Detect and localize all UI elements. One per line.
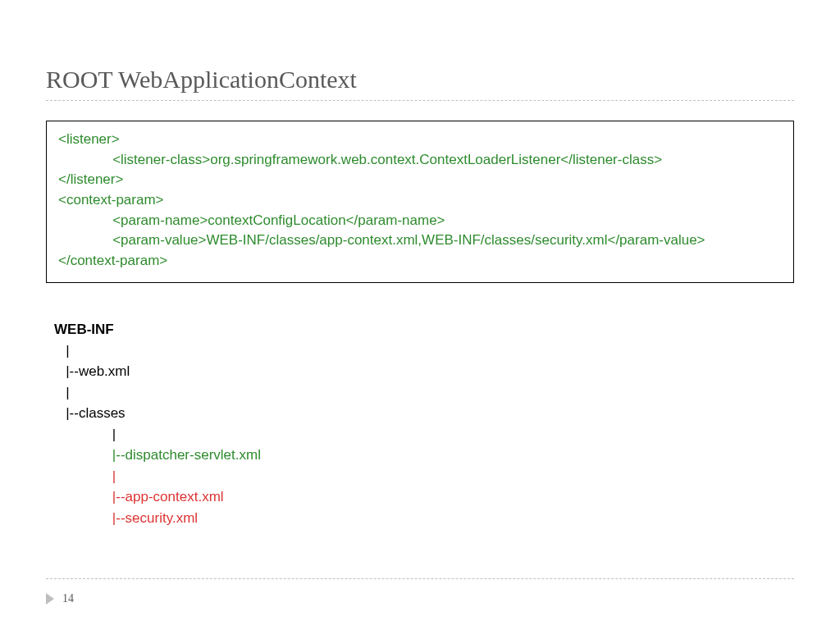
code-text: contextConfigLocation [208,212,345,228]
tree-pipe: | [66,343,69,358]
xml-code-block: <listener> <listener-class>org.springfra… [46,121,794,283]
code-tag: <param-value> [112,232,206,248]
footer-divider [46,578,794,579]
tree-pipe: | [112,427,116,442]
slide-title: ROOT WebApplicationContext [46,66,794,94]
title-divider [46,100,794,101]
code-line: </context-param> [58,253,167,268]
code-line: </listener> [58,171,123,187]
tree-root: WEB-INF [54,322,114,337]
directory-tree: WEB-INF | |--web.xml | |--classes | |--d… [54,319,794,528]
code-text: org.springframework.web.context.ContextL… [210,152,560,167]
code-tag: </listener-class> [560,152,662,167]
tree-pipe: | [66,385,69,400]
tree-item-appcontext: |--app-context.xml [112,489,224,504]
code-tag: </param-name> [346,212,445,228]
tree-item: |--web.xml [66,363,130,379]
page-number: 14 [62,592,74,605]
code-text: WEB-INF/classes/app-context.xml,WEB-INF/… [206,232,607,248]
code-tag: </param-value> [607,232,705,248]
tree-item-security: |--security.xml [112,510,198,526]
tree-item: |--classes [66,405,125,421]
tree-pipe: | [112,468,116,484]
code-tag: <param-name> [112,212,208,228]
code-tag: <listener-class> [112,152,210,167]
code-line: <listener> [58,131,120,147]
arrow-right-icon [46,593,54,605]
tree-item-dispatcher: |--dispatcher-servlet.xml [112,447,261,463]
code-line: <context-param> [58,192,164,208]
page-footer: 14 [46,592,74,605]
